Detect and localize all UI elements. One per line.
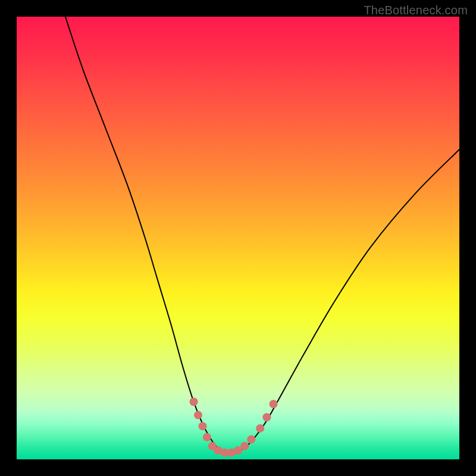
highlight-dot xyxy=(256,424,264,433)
highlight-dot xyxy=(194,411,202,419)
highlight-dot xyxy=(262,413,271,421)
highlight-dot xyxy=(270,400,278,408)
watermark-text: TheBottleneck.com xyxy=(364,4,468,17)
bottleneck-curve xyxy=(65,17,459,453)
highlight-dot xyxy=(247,436,255,444)
chart-frame: TheBottleneck.com xyxy=(0,0,476,476)
plot-area xyxy=(17,17,459,459)
highlight-dot xyxy=(240,442,249,450)
curve-layer xyxy=(17,17,459,459)
highlight-dot xyxy=(190,397,198,406)
highlight-dot xyxy=(203,433,211,441)
highlight-dot xyxy=(199,422,207,430)
